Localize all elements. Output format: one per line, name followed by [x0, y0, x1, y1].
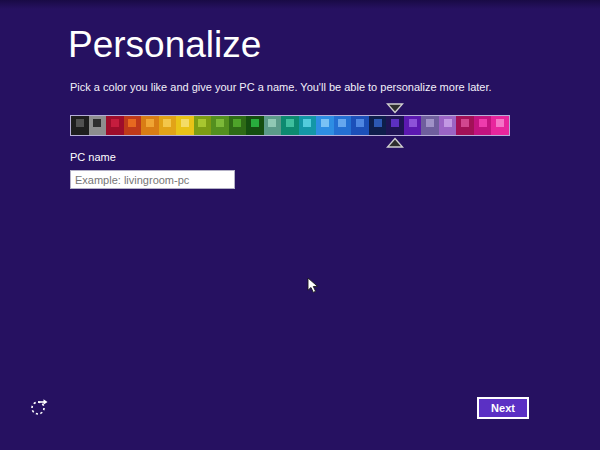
- color-swatch-teal[interactable]: [281, 116, 299, 135]
- accent-square: [93, 119, 101, 127]
- slider-marker-top[interactable]: [386, 103, 404, 114]
- color-swatch-pink[interactable]: [491, 116, 509, 135]
- color-swatch-navy[interactable]: [369, 116, 387, 135]
- color-swatch-dark-magenta[interactable]: [456, 116, 474, 135]
- accent-square: [181, 119, 189, 127]
- accent-square: [409, 119, 417, 127]
- color-swatch-amber[interactable]: [159, 116, 177, 135]
- accent-square: [163, 119, 171, 127]
- color-swatch-olive[interactable]: [194, 116, 212, 135]
- accent-square: [426, 119, 434, 127]
- color-strip[interactable]: [70, 115, 510, 136]
- accent-square: [444, 119, 452, 127]
- color-swatch-blue[interactable]: [334, 116, 352, 135]
- accent-square: [356, 119, 364, 127]
- pc-name-label: PC name: [70, 151, 116, 163]
- color-swatch-gray[interactable]: [89, 116, 107, 135]
- accent-square: [128, 119, 136, 127]
- triangle-up-icon: [386, 137, 404, 148]
- accent-square: [76, 119, 84, 127]
- subtitle-text: Pick a color you like and give your PC a…: [70, 81, 550, 93]
- accent-square: [251, 119, 259, 127]
- color-swatch-sea-green[interactable]: [264, 116, 282, 135]
- ease-of-access-icon: [29, 398, 49, 418]
- personalize-screen: { "window": { "background_color": "#2611…: [0, 0, 600, 450]
- color-swatch-green[interactable]: [211, 116, 229, 135]
- accent-square: [321, 119, 329, 127]
- color-swatch-forest-green[interactable]: [246, 116, 264, 135]
- accent-square: [268, 119, 276, 127]
- pc-name-input[interactable]: [70, 170, 235, 189]
- color-swatch-red-orange[interactable]: [124, 116, 142, 135]
- color-swatch-medium-blue[interactable]: [351, 116, 369, 135]
- color-swatch-dark-red[interactable]: [106, 116, 124, 135]
- accent-square: [303, 119, 311, 127]
- accent-square: [233, 119, 241, 127]
- accent-square: [461, 119, 469, 127]
- color-swatch-slate-purple[interactable]: [421, 116, 439, 135]
- accent-square: [496, 119, 504, 127]
- color-swatch-black[interactable]: [71, 116, 89, 135]
- color-swatch-dark-green[interactable]: [229, 116, 247, 135]
- next-button[interactable]: Next: [477, 397, 529, 419]
- color-swatch-orange[interactable]: [141, 116, 159, 135]
- mouse-cursor: [307, 277, 319, 298]
- color-swatch-row: [71, 116, 509, 135]
- slider-marker-bottom[interactable]: [386, 137, 404, 148]
- color-swatch-yellow[interactable]: [176, 116, 194, 135]
- accent-square: [391, 119, 399, 127]
- accent-square: [111, 119, 119, 127]
- color-swatch-cyan[interactable]: [299, 116, 317, 135]
- accent-square: [146, 119, 154, 127]
- color-swatch-sky-blue[interactable]: [316, 116, 334, 135]
- arrow-pointer-icon: [307, 277, 319, 294]
- accent-square: [338, 119, 346, 127]
- triangle-down-icon: [386, 103, 404, 114]
- accent-square: [198, 119, 206, 127]
- ease-of-access-button[interactable]: [29, 398, 49, 418]
- color-swatch-orchid[interactable]: [439, 116, 457, 135]
- accent-square: [374, 119, 382, 127]
- color-swatch-magenta[interactable]: [474, 116, 492, 135]
- page-title: Personalize: [68, 24, 261, 66]
- color-swatch-indigo[interactable]: [386, 116, 404, 135]
- accent-square: [286, 119, 294, 127]
- color-swatch-purple[interactable]: [404, 116, 422, 135]
- accent-square: [216, 119, 224, 127]
- accent-square: [479, 119, 487, 127]
